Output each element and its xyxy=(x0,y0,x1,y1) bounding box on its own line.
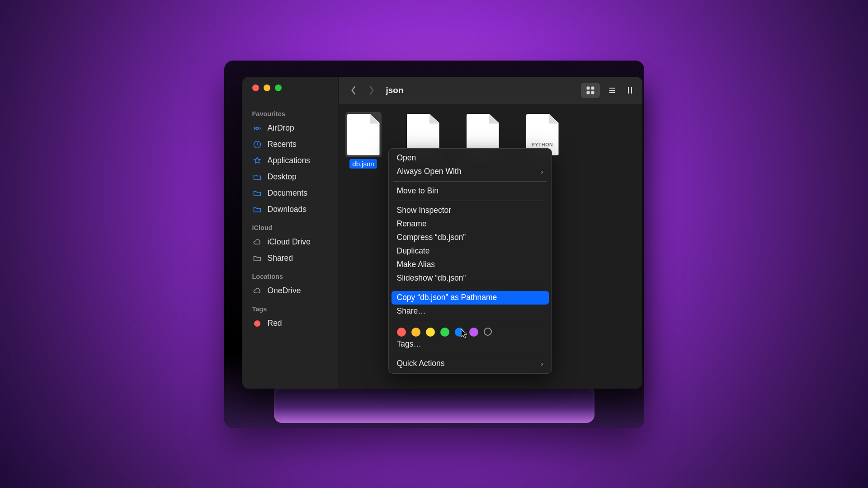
context-menu: Open Always Open With› Move to Bin Show … xyxy=(388,148,552,374)
close-window-button[interactable] xyxy=(252,84,259,91)
tag-color-none[interactable] xyxy=(484,328,492,336)
sidebar-item-documents[interactable]: Documents xyxy=(242,185,339,202)
menu-item-rename[interactable]: Rename xyxy=(389,217,552,231)
svg-rect-5 xyxy=(591,91,594,94)
cloud-icon xyxy=(252,286,262,296)
airdrop-icon xyxy=(252,123,262,133)
menu-item-show-inspector[interactable]: Show Inspector xyxy=(389,204,552,217)
view-switcher xyxy=(581,83,636,98)
finder-toolbar: json xyxy=(339,77,642,104)
applications-icon xyxy=(252,156,262,166)
menu-separator xyxy=(393,354,547,354)
shared-folder-icon xyxy=(252,253,262,263)
sidebar-item-label: Documents xyxy=(268,188,308,198)
tag-color-green[interactable] xyxy=(440,328,449,337)
menu-item-copy-pathname[interactable]: Copy “db.json” as Pathname xyxy=(392,291,549,305)
cloud-icon xyxy=(252,237,262,247)
window-controls xyxy=(242,84,339,91)
sidebar-item-desktop[interactable]: Desktop xyxy=(242,169,339,185)
svg-rect-4 xyxy=(587,91,590,94)
sidebar-tag-red[interactable]: Red xyxy=(242,315,339,332)
menu-item-quick-actions[interactable]: Quick Actions› xyxy=(389,357,552,371)
icon-view-button[interactable] xyxy=(581,83,600,98)
menu-item-share[interactable]: Share… xyxy=(389,305,552,318)
column-view-button[interactable] xyxy=(624,83,636,98)
menu-item-move-to-bin[interactable]: Move to Bin xyxy=(389,184,552,198)
sidebar-item-recents[interactable]: Recents xyxy=(242,136,339,153)
menu-tag-color-row xyxy=(389,324,552,338)
sidebar-item-airdrop[interactable]: AirDrop xyxy=(242,120,339,136)
chevron-right-icon: › xyxy=(541,360,543,367)
nav-back-button[interactable] xyxy=(345,83,362,98)
menu-item-compress[interactable]: Compress “db.json” xyxy=(389,231,552,244)
folder-icon xyxy=(252,188,262,198)
menu-item-slideshow[interactable]: Slideshow “db.json” xyxy=(389,272,552,285)
svg-point-0 xyxy=(256,127,258,129)
sidebar-item-label: Shared xyxy=(268,253,293,263)
file-item[interactable]: db.json xyxy=(344,114,383,169)
menu-item-open[interactable]: Open xyxy=(389,151,552,165)
sidebar-item-label: AirDrop xyxy=(268,123,294,133)
finder-sidebar: Favourites AirDrop Recents Applications … xyxy=(242,77,339,389)
maximize-window-button[interactable] xyxy=(275,84,282,91)
menu-item-duplicate[interactable]: Duplicate xyxy=(389,244,552,258)
minimize-window-button[interactable] xyxy=(264,84,270,91)
sidebar-item-downloads[interactable]: Downloads xyxy=(242,202,339,218)
sidebar-item-label: Desktop xyxy=(268,172,297,182)
chevron-right-icon: › xyxy=(541,168,543,175)
document-icon xyxy=(347,114,380,155)
folder-icon xyxy=(252,205,262,215)
sidebar-item-label: OneDrive xyxy=(268,286,301,296)
tag-color-yellow[interactable] xyxy=(426,328,435,337)
menu-separator xyxy=(393,181,547,182)
sidebar-item-icloud-drive[interactable]: iCloud Drive xyxy=(242,234,339,250)
sidebar-item-label: Recents xyxy=(268,140,297,149)
tag-color-red[interactable] xyxy=(397,328,406,337)
menu-separator xyxy=(393,201,547,201)
sidebar-section-favourites: Favourites xyxy=(242,104,339,120)
tag-color-icon xyxy=(252,319,262,328)
folder-title: json xyxy=(386,85,579,95)
list-view-button[interactable] xyxy=(603,83,622,98)
svg-rect-3 xyxy=(591,87,594,89)
sidebar-item-label: iCloud Drive xyxy=(268,237,311,247)
menu-item-make-alias[interactable]: Make Alias xyxy=(389,258,552,272)
file-name-label: db.json xyxy=(349,159,377,169)
nav-forward-button[interactable] xyxy=(363,83,380,98)
menu-separator xyxy=(393,321,547,321)
sidebar-item-label: Downloads xyxy=(268,205,307,214)
menu-separator xyxy=(393,288,547,288)
folder-icon xyxy=(252,172,262,182)
sidebar-section-tags: Tags xyxy=(242,299,339,315)
sidebar-item-shared[interactable]: Shared xyxy=(242,250,339,267)
svg-rect-2 xyxy=(587,87,590,89)
sidebar-item-applications[interactable]: Applications xyxy=(242,153,339,169)
menu-item-tags[interactable]: Tags… xyxy=(389,338,552,351)
sidebar-section-icloud: iCloud xyxy=(242,218,339,234)
sidebar-item-label: Applications xyxy=(268,156,310,165)
desktop-area: Favourites AirDrop Recents Applications … xyxy=(224,61,644,428)
sidebar-section-locations: Locations xyxy=(242,267,339,283)
sidebar-item-onedrive[interactable]: OneDrive xyxy=(242,283,339,299)
tag-color-orange[interactable] xyxy=(411,328,420,337)
dock[interactable] xyxy=(274,385,594,423)
sidebar-item-label: Red xyxy=(268,319,282,328)
clock-icon xyxy=(252,140,262,150)
menu-item-always-open-with[interactable]: Always Open With› xyxy=(389,165,552,178)
tag-color-blue[interactable] xyxy=(455,328,464,337)
tag-color-purple[interactable] xyxy=(469,328,478,337)
